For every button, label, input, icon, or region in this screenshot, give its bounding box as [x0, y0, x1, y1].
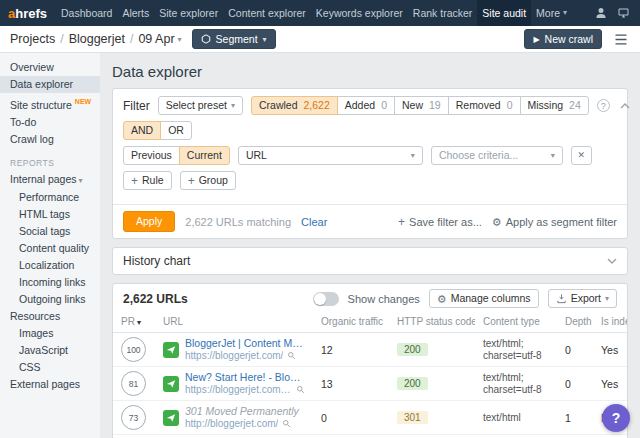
monitor-icon[interactable]: [617, 7, 630, 19]
crawl-date-label: 09 Apr: [138, 32, 174, 46]
tab-missing[interactable]: Missing24: [520, 96, 589, 115]
page-title-link[interactable]: BloggerJet | Content Marketing ...: [185, 337, 305, 350]
history-chart-label: History chart: [123, 254, 190, 268]
search-icon[interactable]: [282, 418, 291, 430]
nav-content-explorer[interactable]: Content explorer: [223, 0, 311, 26]
tab-label: Crawled: [259, 99, 298, 112]
nav-site-audit[interactable]: Site audit: [477, 0, 531, 26]
new-badge: NEW: [75, 98, 91, 105]
ahrefs-logo[interactable]: ahrefs: [0, 6, 56, 21]
column-pr[interactable]: PR▾: [113, 313, 155, 333]
page-title-link[interactable]: 301 Moved Permanently: [185, 405, 305, 418]
column-is-indexable[interactable]: Is indexable: [593, 313, 628, 333]
depth-value: 0: [557, 367, 593, 401]
page-url-link[interactable]: https://bloggerjet.com/about/: [185, 384, 292, 396]
table-row[interactable]: 72 Tools - BloggerJetBloggerJet https://…: [113, 435, 628, 438]
indexable-value: Yes: [593, 367, 628, 401]
save-filter-label: Save filter as...: [409, 216, 482, 228]
tab-crawled[interactable]: Crawled2,622: [251, 96, 338, 115]
sidebar-item-incoming-links[interactable]: Incoming links: [0, 274, 100, 291]
sidebar-item-todo[interactable]: To-do: [0, 114, 100, 131]
sidebar-item-images[interactable]: Images: [0, 325, 100, 342]
column-url[interactable]: URL: [155, 313, 313, 333]
nav-dashboard[interactable]: Dashboard: [56, 0, 117, 26]
sidebar-item-html-tags[interactable]: HTML tags: [0, 206, 100, 223]
remove-rule-button[interactable]: ✕: [571, 146, 592, 165]
page-title: Data explorer: [112, 63, 628, 80]
nav-alerts[interactable]: Alerts: [117, 0, 154, 26]
sidebar-item-internal-pages[interactable]: Internal pages▾: [0, 171, 100, 189]
column-content-type[interactable]: Content type: [475, 313, 557, 333]
tab-removed[interactable]: Removed0: [448, 96, 521, 115]
close-icon: ✕: [578, 149, 586, 162]
menu-icon[interactable]: [612, 32, 630, 47]
chevron-up-icon[interactable]: [618, 101, 632, 111]
manage-columns-button[interactable]: ⚙Manage columns: [429, 289, 539, 308]
criteria-select[interactable]: Choose criteria...▾: [431, 146, 563, 165]
sidebar-item-content-quality[interactable]: Content quality: [0, 240, 100, 257]
breadcrumb-project-name[interactable]: Bloggerjet: [69, 32, 125, 46]
save-filter-link[interactable]: +Save filter as...: [398, 216, 482, 228]
tab-new[interactable]: New19: [394, 96, 449, 115]
user-icon[interactable]: [595, 7, 607, 19]
page-url-link[interactable]: https://bloggerjet.com/: [185, 350, 283, 362]
sidebar-item-resources[interactable]: Resources: [0, 308, 100, 325]
or-button[interactable]: OR: [160, 121, 192, 140]
site-structure-label: Site structure: [10, 99, 72, 111]
sidebar-item-localization[interactable]: Localization: [0, 257, 100, 274]
page-rating-badge: 100: [121, 337, 146, 362]
nav-keywords-explorer[interactable]: Keywords explorer: [311, 0, 408, 26]
site-audit-app: ahrefs Dashboard Alerts Site explorer Co…: [0, 0, 640, 438]
sidebar-item-external-pages[interactable]: External pages: [0, 376, 100, 393]
new-crawl-button[interactable]: ▶ New crawl: [524, 29, 602, 49]
sidebar-item-performance[interactable]: Performance: [0, 189, 100, 206]
search-icon[interactable]: [287, 350, 296, 362]
breadcrumb-projects[interactable]: Projects: [10, 32, 55, 46]
search-icon[interactable]: [296, 384, 305, 396]
history-chart-panel[interactable]: History chart: [112, 247, 628, 275]
add-rule-button[interactable]: +Rule: [123, 171, 172, 190]
and-button[interactable]: AND: [123, 121, 161, 140]
apply-segment-filter-link[interactable]: ⚙Apply as segment filter: [492, 216, 617, 228]
segment-button[interactable]: Segment ▾: [192, 29, 276, 49]
nav-rank-tracker[interactable]: Rank tracker: [408, 0, 478, 26]
nav-more[interactable]: More▾: [531, 0, 572, 26]
help-button[interactable]: ?: [602, 404, 630, 432]
sidebar-item-css[interactable]: CSS: [0, 359, 100, 376]
page-url-link[interactable]: http://bloggerjet.com/: [185, 418, 278, 430]
add-group-button[interactable]: +Group: [180, 171, 236, 190]
manage-columns-label: Manage columns: [451, 292, 531, 305]
tab-added[interactable]: Added0: [337, 96, 395, 115]
sidebar-item-crawl-log[interactable]: Crawl log: [0, 131, 100, 148]
page-title-link[interactable]: New? Start Here! - BloggerJetBl...: [185, 371, 305, 384]
table-row[interactable]: 73 301 Moved Permanently http://bloggerj…: [113, 401, 628, 435]
tab-count: 24: [569, 99, 581, 112]
plus-icon: +: [188, 176, 195, 186]
crawl-date-dropdown[interactable]: 09 Apr▾: [138, 32, 181, 46]
column-depth[interactable]: Depth: [557, 313, 593, 333]
current-button[interactable]: Current: [179, 146, 230, 165]
field-select[interactable]: URL▾: [238, 146, 423, 165]
page-rating-badge: 81: [121, 371, 146, 396]
sidebar-item-outgoing-links[interactable]: Outgoing links: [0, 291, 100, 308]
column-organic-traffic[interactable]: Organic traffic: [313, 313, 389, 333]
table-header-row: PR▾ URL Organic traffic HTTP status code…: [113, 313, 628, 333]
clear-link[interactable]: Clear: [301, 216, 327, 228]
urls-table-panel: 2,622 URLs Show changes ⚙Manage columns …: [112, 283, 628, 438]
tab-label: Removed: [456, 99, 501, 112]
apply-button[interactable]: Apply: [123, 211, 175, 232]
table-row[interactable]: 100 BloggerJet | Content Marketing ... h…: [113, 333, 628, 367]
help-icon[interactable]: ?: [597, 99, 610, 112]
sidebar-item-overview[interactable]: Overview: [0, 59, 100, 76]
export-button[interactable]: Export▾: [548, 289, 617, 308]
nav-site-explorer[interactable]: Site explorer: [154, 0, 223, 26]
previous-button[interactable]: Previous: [123, 146, 180, 165]
table-row[interactable]: 81 New? Start Here! - BloggerJetBl... ht…: [113, 367, 628, 401]
select-preset-dropdown[interactable]: Select preset▾: [158, 96, 243, 115]
column-http-status[interactable]: HTTP status code: [389, 313, 475, 333]
sidebar-item-site-structure[interactable]: Site structureNEW: [0, 93, 100, 114]
show-changes-toggle[interactable]: [313, 292, 339, 306]
sidebar-item-data-explorer[interactable]: Data explorer: [0, 76, 100, 93]
sidebar-item-javascript[interactable]: JavaScript: [0, 342, 100, 359]
sidebar-item-social-tags[interactable]: Social tags: [0, 223, 100, 240]
